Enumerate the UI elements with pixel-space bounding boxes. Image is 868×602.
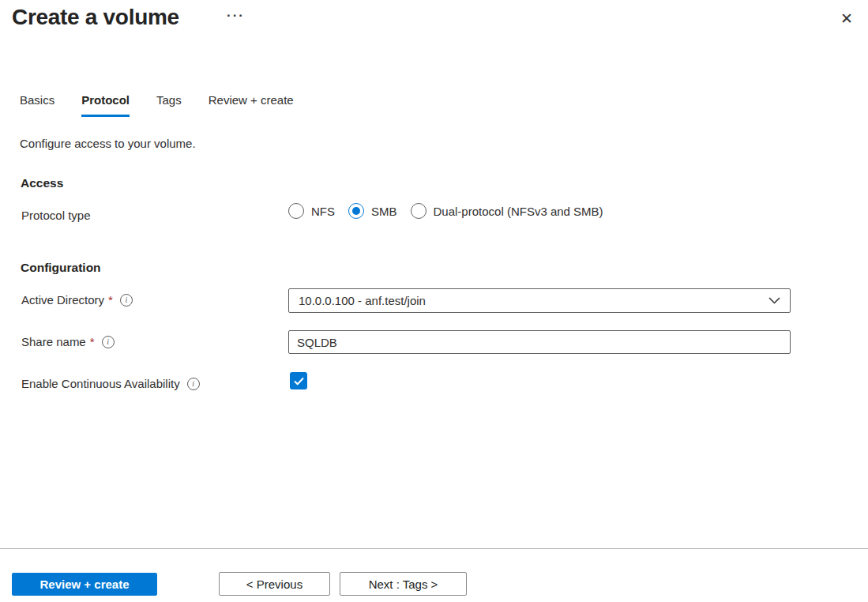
checkmark-icon	[294, 377, 304, 386]
share-name-label-text: Share name	[21, 335, 86, 348]
protocol-type-label: Protocol type	[21, 209, 91, 222]
radio-smb[interactable]: SMB	[348, 203, 397, 219]
continuous-availability-checkbox[interactable]	[290, 372, 307, 389]
info-icon[interactable]: i	[102, 336, 115, 348]
radio-dual-protocol-label: Dual-protocol (NFSv3 and SMB)	[434, 205, 603, 218]
active-directory-label: Active Directory * i	[21, 293, 133, 307]
info-icon[interactable]: i	[120, 294, 133, 307]
chevron-down-icon	[768, 297, 780, 304]
radio-dual-protocol[interactable]: Dual-protocol (NFSv3 and SMB)	[411, 203, 603, 219]
active-directory-selected-value: 10.0.0.100 - anf.test/join	[299, 294, 426, 307]
tab-review-create[interactable]: Review + create	[209, 93, 294, 117]
tab-bar: Basics Protocol Tags Review + create	[20, 93, 294, 117]
required-asterisk: *	[108, 293, 113, 307]
protocol-type-label-text: Protocol type	[21, 209, 91, 222]
radio-circle-icon	[411, 203, 426, 219]
radio-circle-icon	[288, 203, 304, 219]
footer-divider	[0, 548, 868, 549]
share-name-input[interactable]	[288, 330, 791, 354]
radio-circle-icon	[348, 203, 364, 219]
share-name-label: Share name * i	[21, 335, 115, 348]
section-heading-access: Access	[21, 176, 63, 190]
continuous-availability-label-text: Enable Continuous Availability	[21, 377, 180, 390]
radio-nfs-label: NFS	[311, 205, 335, 218]
radio-nfs[interactable]: NFS	[288, 203, 335, 219]
continuous-availability-label: Enable Continuous Availability i	[21, 377, 200, 390]
tab-tags[interactable]: Tags	[156, 93, 182, 117]
create-volume-panel: Create a volume ··· ✕ Basics Protocol Ta…	[0, 0, 868, 602]
info-icon[interactable]: i	[187, 378, 200, 390]
page-description: Configure access to your volume.	[20, 137, 196, 150]
tab-protocol[interactable]: Protocol	[81, 93, 130, 117]
next-tags-button[interactable]: Next : Tags >	[340, 572, 467, 596]
radio-smb-label: SMB	[371, 205, 397, 218]
page-title: Create a volume	[12, 5, 179, 30]
section-heading-configuration: Configuration	[21, 261, 101, 275]
close-icon[interactable]: ✕	[836, 9, 857, 29]
review-create-button[interactable]: Review + create	[12, 573, 157, 596]
active-directory-dropdown[interactable]: 10.0.0.100 - anf.test/join	[288, 288, 791, 313]
tab-basics[interactable]: Basics	[20, 93, 54, 117]
active-directory-label-text: Active Directory	[21, 293, 104, 307]
protocol-type-radio-group: NFS SMB Dual-protocol (NFSv3 and SMB)	[288, 203, 603, 219]
more-options-icon[interactable]: ···	[227, 8, 245, 24]
required-asterisk: *	[90, 335, 95, 348]
previous-button[interactable]: < Previous	[219, 572, 330, 596]
